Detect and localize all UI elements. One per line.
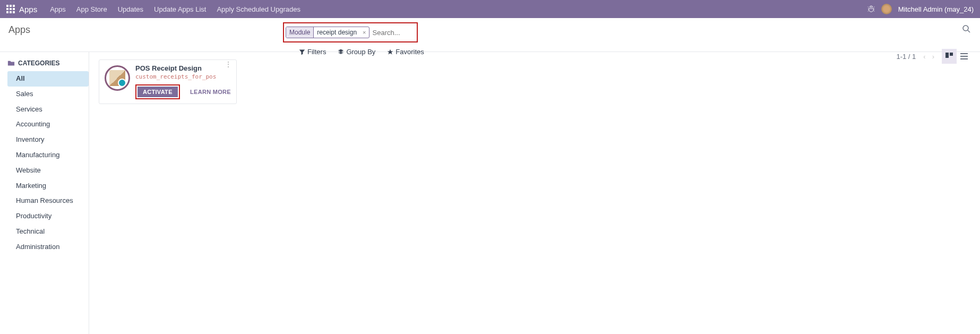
search-facet: Module receipt design × [286,27,369,38]
svg-rect-7 [10,11,12,13]
category-list: All Sales Services Accounting Inventory … [7,71,89,255]
learn-more-link[interactable]: LEARN MORE [190,89,231,95]
app-card[interactable]: ⋮ POS Receipt Design custom_receipts_for… [99,59,237,104]
top-nav-menu: Apps App Store Updates Update Apps List … [50,5,867,13]
content-area: ⋮ POS Receipt Design custom_receipts_for… [89,52,980,334]
nav-updates[interactable]: Updates [118,5,143,13]
svg-point-9 [963,25,968,31]
breadcrumb-title: Apps [8,22,30,36]
sidebar-header: CATEGORIES [7,59,89,67]
sidebar-item-services[interactable]: Services [7,102,89,117]
sidebar-item-accounting[interactable]: Accounting [7,117,89,132]
pager-text: 1-1 / 1 [896,53,916,61]
debug-icon[interactable] [867,5,875,13]
facet-label: Module [286,27,314,38]
sidebar-item-sales[interactable]: Sales [7,87,89,102]
apps-grid-icon[interactable] [6,5,15,13]
user-avatar[interactable] [881,4,892,14]
receipt-icon [109,70,125,86]
sidebar-item-website[interactable]: Website [7,163,89,178]
list-view-button[interactable] [957,49,972,64]
search-tools: Filters Group By Favorites [299,48,697,56]
sidebar-header-label: CATEGORIES [18,59,59,67]
control-panel-right: 1-1 / 1 ‹ › [896,39,972,73]
sidebar-item-inventory[interactable]: Inventory [7,132,89,148]
sidebar-item-technical[interactable]: Technical [7,224,89,239]
kanban-view-button[interactable] [942,49,957,64]
user-name[interactable]: Mitchell Admin (may_24) [898,5,974,13]
facet-remove-icon[interactable]: × [360,29,368,36]
search-icon[interactable] [962,24,970,33]
star-icon [387,49,393,55]
sidebar-item-productivity[interactable]: Productivity [7,209,89,224]
facet-value: receipt design [314,27,360,38]
nav-apply-scheduled-upgrades[interactable]: Apply Scheduled Upgrades [217,5,300,13]
groupby-label: Group By [346,48,375,56]
kanban-icon [945,53,953,60]
search-input[interactable] [373,29,415,37]
card-menu-icon[interactable]: ⋮ [225,63,232,66]
svg-rect-6 [6,11,8,13]
sidebar-item-marketing[interactable]: Marketing [7,178,89,194]
sidebar: CATEGORIES All Sales Services Accounting… [0,52,89,334]
sidebar-item-manufacturing[interactable]: Manufacturing [7,148,89,163]
svg-rect-14 [960,56,968,57]
nav-update-apps-list[interactable]: Update Apps List [154,5,206,13]
groupby-button[interactable]: Group By [338,48,375,56]
app-brand[interactable]: Apps [19,5,37,14]
svg-rect-3 [6,8,8,10]
sidebar-item-all[interactable]: All [7,71,89,87]
svg-rect-1 [10,5,12,7]
svg-rect-5 [13,8,15,10]
svg-rect-0 [6,5,8,7]
nav-app-store[interactable]: App Store [76,5,107,13]
control-panel: Apps Module receipt design × Filters [0,18,980,52]
folder-icon [7,59,15,67]
app-icon [105,65,130,91]
favorites-button[interactable]: Favorites [387,48,424,56]
list-icon [960,53,968,60]
favorites-label: Favorites [396,48,424,56]
sidebar-item-administration[interactable]: Administration [7,239,89,255]
app-name: POS Receipt Design [135,64,231,72]
svg-rect-11 [945,53,949,58]
activate-button[interactable]: ACTIVATE [137,87,178,97]
nav-apps[interactable]: Apps [50,5,66,13]
svg-rect-8 [13,11,15,13]
top-navbar: Apps Apps App Store Updates Update Apps … [0,0,980,18]
svg-line-10 [968,30,970,32]
sidebar-item-human-resources[interactable]: Human Resources [7,193,89,209]
search-box[interactable]: Module receipt design × [286,25,415,40]
pager-prev-icon[interactable]: ‹ [921,52,927,62]
activate-highlight-box: ACTIVATE [135,84,180,99]
svg-rect-12 [950,53,953,56]
search-highlight-box: Module receipt design × [283,22,418,42]
svg-rect-13 [960,53,968,54]
app-technical-name: custom_receipts_for_pos [135,73,231,80]
svg-rect-2 [13,5,15,7]
svg-rect-4 [10,8,12,10]
main-area: CATEGORIES All Sales Services Accounting… [0,52,980,334]
pager-next-icon[interactable]: › [930,52,936,62]
filters-label: Filters [307,48,326,56]
funnel-icon [299,49,305,55]
filters-button[interactable]: Filters [299,48,326,56]
layers-icon [338,49,344,55]
svg-rect-15 [960,58,968,59]
